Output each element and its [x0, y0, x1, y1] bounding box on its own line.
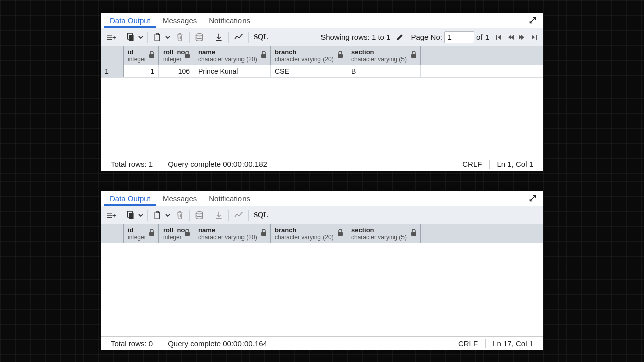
page-label: Page No:: [411, 33, 442, 41]
column-header-name[interactable]: namecharacter varying (20): [194, 224, 271, 243]
next-page-button[interactable]: [516, 31, 528, 43]
expand-icon[interactable]: [528, 194, 538, 204]
table-row[interactable]: 1 1 106 Prince Kunal CSE B: [101, 65, 543, 78]
tab-messages[interactable]: Messages: [156, 14, 203, 27]
svg-rect-12: [261, 54, 266, 58]
page-number-input[interactable]: [444, 31, 474, 43]
tabs-row: Data Output Messages Notifications: [101, 13, 543, 28]
cell-branch[interactable]: CSE: [271, 65, 347, 77]
status-bar: Total rows: 1 Query complete 00:00:00.18…: [101, 157, 543, 171]
lncol-status: Ln 1, Col 1: [493, 160, 537, 168]
column-header-section[interactable]: sectioncharacter varying (5): [347, 224, 421, 243]
cell-name[interactable]: Prince Kunal: [194, 65, 271, 77]
first-page-button[interactable]: [492, 31, 504, 43]
svg-rect-26: [185, 232, 190, 236]
graph-button[interactable]: [231, 208, 246, 222]
download-button[interactable]: [211, 208, 226, 222]
lncol-status: Ln 17, Col 1: [489, 339, 537, 348]
row-number-header: [101, 224, 124, 243]
delete-button[interactable]: [172, 208, 187, 222]
paste-dropdown[interactable]: [163, 30, 172, 44]
toolbar: SQL Showing rows: 1 to 1 Page No: of 1: [101, 28, 543, 46]
svg-rect-27: [261, 232, 266, 236]
cell-section[interactable]: B: [347, 65, 421, 77]
lock-icon: [411, 229, 418, 236]
toolbar: SQL: [101, 206, 543, 224]
sql-button[interactable]: SQL: [251, 32, 271, 42]
lock-icon: [184, 51, 191, 58]
tab-messages[interactable]: Messages: [156, 192, 203, 205]
crlf-status: CRLF: [458, 160, 486, 168]
column-header-section[interactable]: sectioncharacter varying (5): [347, 46, 421, 65]
grid-header-row: idinteger roll_nointeger namecharacter v…: [101, 224, 543, 243]
tab-data-output[interactable]: Data Output: [104, 192, 156, 206]
download-button[interactable]: [211, 30, 226, 44]
column-header-roll-no[interactable]: roll_nointeger: [159, 224, 194, 243]
tab-notifications[interactable]: Notifications: [203, 192, 256, 205]
copy-dropdown[interactable]: [136, 30, 145, 44]
prev-page-button[interactable]: [504, 31, 516, 43]
svg-rect-25: [149, 232, 154, 236]
query-complete-status: Query complete 00:00:00.164: [164, 339, 271, 348]
total-rows-status: Total rows: 1: [107, 160, 157, 168]
total-rows-status: Total rows: 0: [107, 339, 157, 348]
rows-info: Showing rows: 1 to 1: [320, 33, 390, 41]
svg-rect-5: [129, 35, 134, 41]
row-number-cell[interactable]: 1: [101, 65, 124, 77]
save-data-button[interactable]: [192, 30, 207, 44]
lock-icon: [184, 229, 191, 236]
edit-rows-button[interactable]: [393, 30, 407, 44]
column-header-name[interactable]: namecharacter varying (20): [194, 46, 271, 65]
tab-notifications[interactable]: Notifications: [203, 14, 256, 27]
column-header-id[interactable]: idinteger: [124, 224, 159, 243]
lock-icon: [149, 229, 156, 236]
data-grid[interactable]: idinteger roll_nointeger namecharacter v…: [101, 224, 543, 336]
lock-icon: [411, 51, 418, 58]
svg-rect-13: [338, 54, 343, 58]
column-header-branch[interactable]: branchcharacter varying (20): [271, 46, 347, 65]
status-bar: Total rows: 0 Query complete 00:00:00.16…: [101, 336, 543, 350]
add-row-button[interactable]: [104, 208, 119, 222]
svg-rect-14: [411, 54, 416, 58]
output-panel-2: Data Output Messages Notifications: [101, 191, 543, 350]
svg-rect-10: [149, 54, 154, 58]
svg-rect-20: [129, 213, 134, 219]
add-row-button[interactable]: [104, 30, 119, 44]
expand-icon[interactable]: [528, 16, 538, 26]
output-panel-1: Data Output Messages Notifications: [101, 13, 543, 171]
save-data-button[interactable]: [192, 208, 207, 222]
lock-icon: [149, 51, 156, 58]
last-page-button[interactable]: [528, 31, 540, 43]
column-header-roll-no[interactable]: roll_nointeger: [159, 46, 194, 65]
lock-icon: [337, 229, 344, 236]
grid-header-row: idinteger roll_nointeger namecharacter v…: [101, 46, 543, 65]
delete-button[interactable]: [172, 30, 187, 44]
column-header-id[interactable]: idinteger: [124, 46, 159, 65]
query-complete-status: Query complete 00:00:00.182: [164, 160, 271, 168]
crlf-status: CRLF: [454, 339, 482, 348]
svg-point-24: [196, 211, 202, 214]
sql-button[interactable]: SQL: [251, 210, 271, 220]
row-number-header: [101, 46, 124, 65]
copy-dropdown[interactable]: [136, 208, 145, 222]
of-pages: of 1: [476, 33, 489, 41]
lock-icon: [261, 229, 268, 236]
tabs-row: Data Output Messages Notifications: [101, 191, 543, 206]
paste-dropdown[interactable]: [163, 208, 172, 222]
svg-rect-29: [411, 232, 416, 236]
svg-rect-11: [185, 54, 190, 58]
lock-icon: [337, 51, 344, 58]
graph-button[interactable]: [231, 30, 246, 44]
data-grid[interactable]: idinteger roll_nointeger namecharacter v…: [101, 46, 543, 157]
cell-id[interactable]: 1: [124, 65, 159, 77]
tab-data-output[interactable]: Data Output: [104, 14, 156, 28]
column-header-branch[interactable]: branchcharacter varying (20): [271, 224, 347, 243]
lock-icon: [261, 51, 268, 58]
svg-rect-28: [338, 232, 343, 236]
svg-point-9: [196, 33, 202, 36]
cell-roll-no[interactable]: 106: [159, 65, 194, 77]
